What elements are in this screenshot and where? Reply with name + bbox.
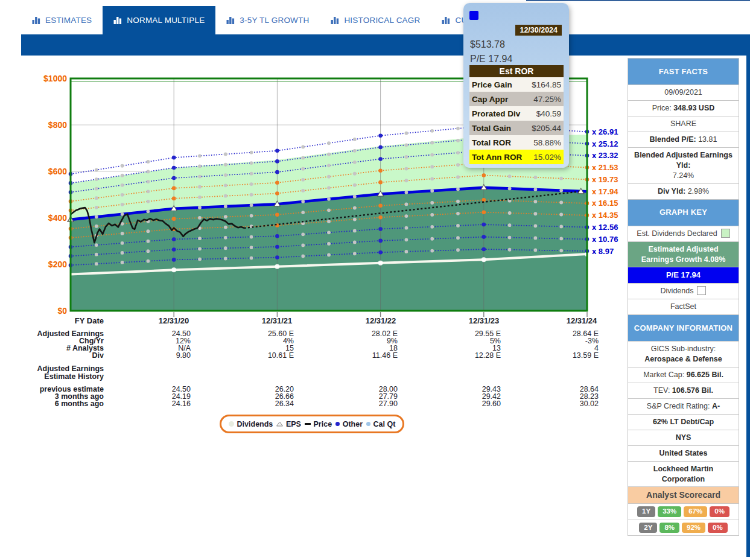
tab-historical-cagr[interactable]: HISTORICAL CAGR — [320, 6, 431, 34]
ror-row-value: 58.88% — [533, 138, 561, 147]
fy-marker — [378, 215, 383, 220]
quarter-marker — [430, 141, 434, 145]
quarter-marker — [430, 177, 434, 180]
fy-marker — [275, 255, 279, 259]
score-badge: 33% — [658, 506, 681, 517]
quarter-marker — [95, 177, 98, 181]
quarter-marker — [198, 216, 202, 220]
table-cell: 26.20 — [227, 385, 294, 393]
fy-marker — [378, 133, 383, 138]
fy-marker — [378, 180, 383, 185]
dividends-swatch — [697, 286, 706, 295]
table-row-label: Adjusted Earnings — [0, 329, 104, 338]
quarter-marker — [559, 213, 563, 217]
quarter-marker — [430, 213, 434, 217]
fy-marker — [172, 176, 176, 180]
table-row-label: Chg/Yr — [0, 337, 104, 345]
quarter-marker — [250, 235, 253, 239]
quarter-marker — [198, 196, 202, 199]
exchange-label: NYS — [676, 433, 691, 443]
quarter-marker — [250, 172, 253, 176]
gics-cell: GICS Sub-industry:Aerospace & Defense — [628, 341, 739, 368]
quarter-marker — [327, 220, 331, 223]
legend-item-eps: EPS — [276, 420, 301, 428]
history-row-label: previous estimate — [0, 385, 104, 393]
market-cap-row: Market Cap: 96.625 Bil. — [643, 370, 723, 380]
data-source-label: FactSet — [670, 302, 696, 312]
table-cell: 12% — [124, 337, 191, 345]
ror-row: Cap Appr47.25% — [469, 92, 564, 106]
table-cell: 28.64 — [532, 385, 599, 393]
top-border-line — [526, 0, 750, 1]
price-value: 348.93 USD — [673, 104, 714, 112]
history-label: Estimate History — [0, 372, 104, 381]
debt-cell: 62% LT Debt/Cap — [628, 414, 739, 430]
ror-row-label: Total Gain — [472, 124, 511, 133]
fy-marker — [172, 237, 176, 241]
quarter-marker — [301, 189, 305, 192]
legend-item-cal-qt: Cal Qt — [366, 420, 396, 428]
quarter-marker — [534, 176, 538, 179]
quarter-marker — [198, 247, 202, 250]
quarter-marker — [327, 208, 331, 212]
data-source-cell: FactSet — [628, 299, 739, 315]
quarter-marker — [327, 175, 331, 179]
fy-marker — [482, 210, 486, 214]
table-cell: 24.19 — [124, 392, 191, 401]
fy-marker — [172, 197, 176, 201]
pe-banner-label: P/E 17.94 — [666, 270, 701, 281]
company-name-cell: Lockheed Martin Corporation — [628, 461, 739, 488]
multiplier-label: x 21.53 — [592, 163, 618, 172]
quarter-marker — [121, 261, 124, 264]
quarter-marker — [508, 248, 512, 252]
quarter-marker — [198, 164, 202, 168]
market-cap-label: Market Cap: — [643, 371, 684, 379]
dividends-key-cell: Dividends — [628, 283, 739, 299]
quarter-marker — [224, 257, 227, 261]
quarter-marker — [224, 205, 227, 208]
bar-chart-icon — [226, 16, 235, 24]
company-name: Lockheed Martin Corporation — [632, 464, 735, 485]
y-axis-label: $200 — [48, 259, 67, 269]
multiplier-label: x 10.76 — [592, 235, 618, 244]
quarter-marker — [430, 129, 434, 133]
table-cell: 24.16 — [124, 399, 191, 408]
quarter-marker — [456, 248, 460, 252]
quarter-marker — [430, 237, 434, 241]
table-cell: 10.61 E — [227, 351, 294, 360]
country-cell: United States — [628, 445, 739, 462]
quarter-marker — [456, 163, 460, 167]
tab-estimates[interactable]: ESTIMATES — [21, 6, 103, 34]
tab-normal-multiple[interactable]: NORMAL MULTIPLE — [103, 6, 215, 34]
y-axis-label: $1000 — [43, 74, 67, 83]
tab-3-5y-tl-growth[interactable]: 3-5Y TL GROWTH — [215, 6, 320, 34]
history-row-label: 3 months ago — [0, 392, 104, 401]
dividend-line-marker — [378, 261, 383, 266]
quarter-marker — [301, 200, 305, 203]
as-of-date: 09/09/2021 — [664, 88, 702, 98]
quarter-marker — [353, 138, 357, 141]
quarter-marker — [147, 170, 150, 173]
cal-qt-swatch — [366, 422, 370, 426]
credit-rating-label: S&P Credit Rating: — [647, 402, 710, 410]
multiplier-label: x 19.73 — [592, 175, 618, 184]
table-cell: 27.90 — [331, 399, 398, 408]
ror-row: Price Gain$164.85 — [469, 77, 564, 92]
quarter-marker — [198, 258, 202, 261]
table-cell: 9.80 — [124, 351, 191, 360]
table-cell: 29.42 — [434, 392, 501, 401]
fy-marker — [172, 186, 176, 191]
header-bar — [21, 34, 750, 56]
quarter-marker — [405, 179, 408, 182]
ror-row-value: 47.25% — [533, 95, 561, 104]
fy-marker — [275, 213, 279, 217]
history-label: Adjusted Earnings — [0, 364, 104, 373]
quarter-marker — [327, 197, 331, 201]
tab-label: ESTIMATES — [45, 16, 92, 25]
quarter-marker — [301, 244, 305, 247]
div-yld-label: Div Yld: — [658, 187, 685, 196]
quarter-marker — [327, 231, 331, 234]
credit-rating-value: A- — [712, 402, 720, 410]
quarter-marker — [456, 151, 460, 154]
blended-pe-cell: Blended P/E: 13.81 — [628, 132, 739, 148]
